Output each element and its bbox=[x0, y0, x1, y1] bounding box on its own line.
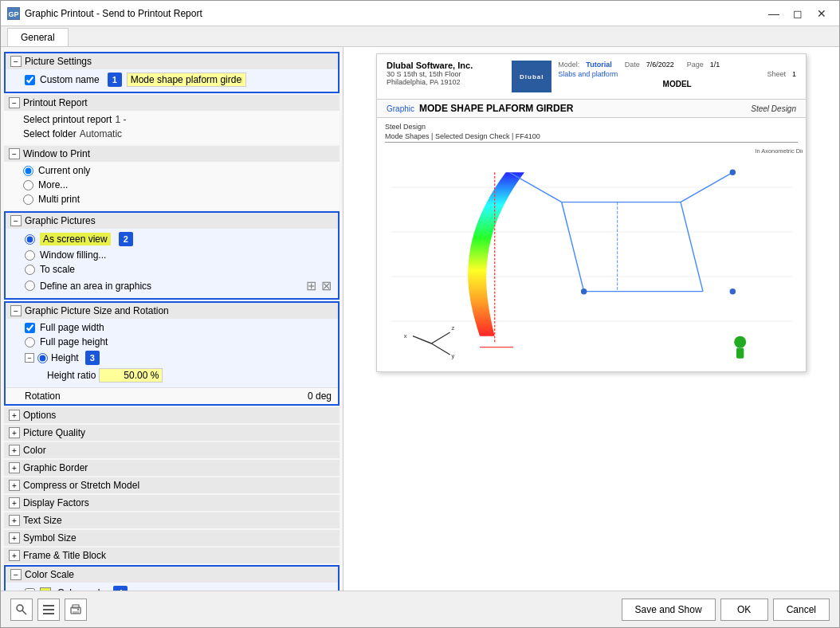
frame-title-header[interactable]: + Frame & Title Block bbox=[4, 548, 340, 563]
printout-report-header[interactable]: − Printout Report bbox=[4, 95, 340, 111]
to-scale-row: To scale bbox=[25, 262, 332, 277]
graphic-pictures-header[interactable]: − Graphic Pictures bbox=[6, 213, 338, 229]
main-window: GP Graphic Printout - Send to Printout R… bbox=[0, 0, 840, 628]
compress-collapse[interactable]: + bbox=[9, 480, 20, 491]
node-3 bbox=[730, 170, 736, 175]
graphic-pictures-collapse[interactable]: − bbox=[10, 215, 22, 226]
define-area-radio[interactable] bbox=[25, 281, 35, 291]
multi-print-radio[interactable] bbox=[23, 194, 33, 205]
color-scale-header[interactable]: − Color Scale bbox=[6, 567, 338, 583]
graphic-size-content: Full page width Full page height − Heigh… bbox=[6, 319, 338, 387]
multi-print-row: Multi print bbox=[23, 192, 333, 206]
window-to-print-content: Current only More... Multi print bbox=[4, 162, 340, 210]
tab-general[interactable]: General bbox=[7, 28, 69, 46]
graphic-size-header[interactable]: − Graphic Picture Size and Rotation bbox=[6, 303, 338, 319]
color-scale-collapse[interactable]: − bbox=[10, 569, 22, 580]
options-collapse[interactable]: + bbox=[9, 410, 20, 421]
window-filling-radio[interactable] bbox=[25, 250, 35, 261]
window-to-print-header[interactable]: − Window to Print bbox=[4, 146, 340, 162]
display-factors-header[interactable]: + Display Factors bbox=[4, 495, 340, 511]
page-value: 1/1 bbox=[710, 61, 720, 69]
tool-button-2[interactable] bbox=[37, 599, 60, 621]
graphic-border-header[interactable]: + Graphic Border bbox=[4, 460, 340, 476]
tool-button-1[interactable] bbox=[10, 599, 33, 621]
graphic-size-collapse[interactable]: − bbox=[10, 305, 22, 316]
to-scale-label: To scale bbox=[40, 264, 75, 275]
symbol-size-collapse[interactable]: + bbox=[9, 532, 20, 544]
cancel-button[interactable]: Cancel bbox=[773, 599, 830, 621]
text-size-header[interactable]: + Text Size bbox=[4, 512, 340, 528]
picture-quality-collapse[interactable]: + bbox=[9, 427, 20, 438]
main-content: − Picture Settings Custom name 1 Mode sh… bbox=[1, 47, 839, 591]
symbol-size-header[interactable]: + Symbol Size bbox=[4, 530, 340, 546]
settings-scroll-area[interactable]: − Picture Settings Custom name 1 Mode sh… bbox=[1, 47, 343, 591]
picture-quality-header[interactable]: + Picture Quality bbox=[4, 425, 340, 441]
symbol-size-label: Symbol Size bbox=[23, 532, 77, 544]
full-page-height-radio[interactable] bbox=[25, 337, 35, 347]
text-size-collapse[interactable]: + bbox=[9, 515, 20, 526]
graphic-border-section: + Graphic Border bbox=[4, 460, 340, 476]
current-only-radio[interactable] bbox=[23, 166, 33, 176]
mode-shape-beam bbox=[468, 172, 524, 336]
height-sub-collapse[interactable]: − bbox=[25, 353, 34, 363]
more-radio[interactable] bbox=[23, 180, 33, 190]
picture-settings-collapse[interactable]: − bbox=[10, 56, 22, 67]
full-page-width-checkbox[interactable] bbox=[25, 323, 35, 333]
frame-title-collapse[interactable]: + bbox=[9, 550, 20, 561]
list-icon bbox=[42, 603, 55, 616]
tool-button-3[interactable] bbox=[65, 599, 87, 621]
display-factors-collapse[interactable]: + bbox=[9, 497, 20, 508]
current-only-row: Current only bbox=[23, 163, 333, 178]
search-icon bbox=[15, 603, 28, 616]
display-factors-section: + Display Factors bbox=[4, 495, 340, 511]
preview-container[interactable]: Dlubal Software, Inc. 30 S 15th st, 15th… bbox=[343, 47, 839, 591]
maximize-button[interactable]: ◻ bbox=[787, 5, 809, 22]
compress-header[interactable]: + Compress or Stretch Model bbox=[4, 477, 340, 493]
select-report-label: Select printout report bbox=[23, 114, 112, 125]
graphic-border-collapse[interactable]: + bbox=[9, 462, 20, 473]
svg-point-29 bbox=[77, 609, 79, 610]
options-header[interactable]: + Options bbox=[4, 407, 340, 423]
printout-report-label: Printout Report bbox=[23, 97, 88, 108]
bottom-actions: Save and Show OK Cancel bbox=[622, 599, 830, 621]
meta-subtitle-row: Slabs and platform Sheet 1 bbox=[558, 70, 796, 78]
svg-line-14 bbox=[431, 332, 449, 343]
window-to-print-collapse[interactable]: − bbox=[9, 148, 20, 159]
minimize-button[interactable]: — bbox=[763, 5, 785, 22]
color-scale-label: Color Scale bbox=[25, 569, 74, 580]
custom-name-checkbox[interactable] bbox=[25, 75, 35, 85]
custom-name-label: Custom name bbox=[40, 74, 100, 85]
full-page-width-label: Full page width bbox=[40, 322, 104, 333]
picture-settings-section: − Picture Settings Custom name 1 Mode sh… bbox=[4, 52, 340, 93]
picture-settings-header[interactable]: − Picture Settings bbox=[6, 53, 338, 69]
node-1 bbox=[581, 288, 587, 294]
ok-button[interactable]: OK bbox=[720, 599, 768, 621]
color-collapse[interactable]: + bbox=[9, 445, 20, 456]
custom-name-input[interactable]: Mode shape plaform girder bbox=[127, 73, 246, 87]
close-button[interactable]: ✕ bbox=[811, 5, 833, 22]
to-scale-radio[interactable] bbox=[25, 265, 35, 275]
color-section: + Color bbox=[4, 442, 340, 458]
printout-report-content: Select printout report 1 - Select folder… bbox=[4, 111, 340, 144]
steel-design-label: Steel Design bbox=[751, 104, 796, 113]
logo-text: Dlubal bbox=[520, 73, 544, 80]
options-label: Options bbox=[23, 410, 56, 421]
color-header[interactable]: + Color bbox=[4, 442, 340, 458]
meta-model-title-row: MODEL bbox=[558, 80, 796, 88]
page-label: Page bbox=[687, 61, 704, 69]
page-title-row: Graphic MODE SHAPE PLAFORM GIRDER Steel … bbox=[377, 100, 806, 118]
select-report-row: Select printout report 1 - bbox=[23, 112, 333, 127]
height-ratio-input[interactable] bbox=[99, 368, 163, 383]
height-row: − Height 3 bbox=[25, 349, 332, 367]
printout-report-collapse[interactable]: − bbox=[9, 97, 20, 108]
height-radio[interactable] bbox=[37, 353, 48, 363]
save-show-button[interactable]: Save and Show bbox=[622, 599, 716, 621]
right-panel: Dlubal Software, Inc. 30 S 15th st, 15th… bbox=[343, 47, 839, 591]
bottom-bar: Save and Show OK Cancel bbox=[1, 591, 839, 627]
svg-text:GP: GP bbox=[8, 10, 18, 18]
window-filling-row: Window filling... bbox=[25, 248, 332, 262]
svg-line-22 bbox=[22, 610, 26, 614]
as-screen-view-radio[interactable] bbox=[25, 234, 35, 245]
graphic-label: Graphic bbox=[387, 104, 414, 113]
model-title-value: MODEL bbox=[663, 80, 692, 88]
